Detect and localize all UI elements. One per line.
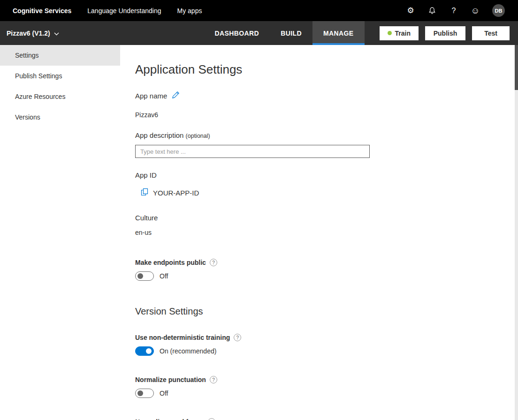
sidebar-item-azure-resources[interactable]: Azure Resources bbox=[0, 86, 120, 107]
app-description-label: App description (optional) bbox=[135, 131, 499, 139]
toggle-knob bbox=[137, 273, 143, 279]
normalize-word-forms-toggle-group: Normalize word forms ? Off bbox=[135, 418, 499, 420]
toggle-knob bbox=[146, 348, 152, 354]
train-button[interactable]: Train bbox=[380, 26, 419, 40]
feedback-smiley-icon[interactable]: ☺ bbox=[471, 6, 480, 15]
normalize-punctuation-toggle-state: Off bbox=[160, 390, 168, 397]
endpoints-toggle-row: Off bbox=[135, 271, 499, 281]
endpoints-toggle-group: Make endpoints public ? Off bbox=[135, 259, 499, 281]
endpoints-help-icon[interactable]: ? bbox=[210, 259, 217, 266]
nondeterministic-toggle-state: On (recommended) bbox=[160, 347, 216, 355]
sidebar-item-versions[interactable]: Versions bbox=[0, 107, 120, 128]
app-description-label-text: App description bbox=[135, 131, 186, 139]
edit-pencil-icon[interactable] bbox=[172, 91, 180, 101]
settings-content: Application Settings App name Pizzav6 Ap… bbox=[120, 45, 518, 420]
nondeterministic-toggle-group: Use non-deterministic training ? On (rec… bbox=[135, 334, 499, 356]
culture-value: en-us bbox=[135, 229, 499, 236]
tab-dashboard[interactable]: DASHBOARD bbox=[204, 21, 270, 45]
app-version-label: Pizzav6 (V1.2) bbox=[7, 30, 50, 37]
normalize-punctuation-help-icon[interactable]: ? bbox=[210, 376, 217, 383]
nondeterministic-toggle[interactable] bbox=[135, 346, 154, 356]
normalize-punctuation-label-row: Normalize punctuation ? bbox=[135, 376, 499, 383]
train-button-label: Train bbox=[395, 30, 411, 37]
chevron-down-icon bbox=[54, 30, 59, 37]
nav-language-understanding[interactable]: Language Understanding bbox=[87, 7, 161, 15]
copy-icon[interactable] bbox=[141, 188, 148, 198]
endpoints-toggle-state: Off bbox=[160, 272, 168, 280]
test-button[interactable]: Test bbox=[472, 26, 510, 40]
vertical-scrollbar[interactable] bbox=[515, 45, 518, 420]
normalize-punctuation-toggle-group: Normalize punctuation ? Off bbox=[135, 376, 499, 398]
normalize-word-forms-help-icon[interactable]: ? bbox=[208, 418, 215, 420]
main-tabs: DASHBOARD BUILD MANAGE bbox=[204, 21, 365, 45]
toggle-knob bbox=[137, 390, 143, 396]
normalize-punctuation-toggle[interactable] bbox=[135, 389, 154, 398]
endpoints-toggle[interactable] bbox=[135, 271, 154, 281]
endpoints-label-row: Make endpoints public ? bbox=[135, 259, 499, 266]
settings-sidebar: Settings Publish Settings Azure Resource… bbox=[0, 45, 120, 420]
page-body: Settings Publish Settings Azure Resource… bbox=[0, 45, 518, 420]
app-description-input[interactable] bbox=[135, 145, 370, 158]
app-name-value: Pizzav6 bbox=[135, 111, 499, 119]
help-question-icon[interactable]: ? bbox=[449, 6, 458, 15]
app-version-selector[interactable]: Pizzav6 (V1.2) bbox=[7, 30, 59, 37]
nav-cognitive-services[interactable]: Cognitive Services bbox=[13, 7, 71, 15]
normalize-punctuation-toggle-label: Normalize punctuation bbox=[135, 376, 206, 383]
top-nav-links: Cognitive Services Language Understandin… bbox=[13, 7, 202, 15]
nondeterministic-label-row: Use non-deterministic training ? bbox=[135, 334, 499, 341]
toolbar-actions: Train Publish Test bbox=[380, 26, 510, 40]
version-settings-title: Version Settings bbox=[135, 306, 499, 317]
app-id-value: YOUR-APP-ID bbox=[153, 189, 199, 197]
app-toolbar: Pizzav6 (V1.2) DASHBOARD BUILD MANAGE Tr… bbox=[0, 21, 518, 45]
nondeterministic-toggle-label: Use non-deterministic training bbox=[135, 334, 230, 341]
user-avatar[interactable]: DB bbox=[492, 4, 505, 17]
tab-manage[interactable]: MANAGE bbox=[312, 21, 365, 45]
culture-label: Culture bbox=[135, 214, 499, 222]
notifications-bell-icon[interactable] bbox=[427, 6, 437, 15]
top-nav-actions: ⚙ ? ☺ DB bbox=[406, 4, 505, 17]
sidebar-item-publish-settings[interactable]: Publish Settings bbox=[0, 66, 120, 86]
app-name-label-row: App name bbox=[135, 91, 499, 101]
nav-my-apps[interactable]: My apps bbox=[177, 7, 202, 15]
app-description-optional-text: (optional) bbox=[186, 133, 210, 139]
nondeterministic-help-icon[interactable]: ? bbox=[234, 334, 241, 341]
train-status-dot-icon bbox=[388, 31, 392, 35]
app-name-label: App name bbox=[135, 92, 167, 100]
endpoints-toggle-label: Make endpoints public bbox=[135, 259, 206, 266]
app-id-row: YOUR-APP-ID bbox=[135, 188, 499, 198]
nondeterministic-toggle-row: On (recommended) bbox=[135, 346, 499, 356]
normalize-punctuation-toggle-row: Off bbox=[135, 389, 499, 398]
scrollbar-thumb[interactable] bbox=[515, 45, 518, 90]
normalize-word-forms-label-row: Normalize word forms ? bbox=[135, 418, 499, 420]
settings-gear-icon[interactable]: ⚙ bbox=[406, 6, 415, 15]
page-title: Application Settings bbox=[135, 62, 499, 77]
normalize-word-forms-toggle-label: Normalize word forms bbox=[135, 418, 204, 420]
publish-button[interactable]: Publish bbox=[425, 26, 465, 40]
app-id-label: App ID bbox=[135, 171, 499, 179]
tab-build[interactable]: BUILD bbox=[270, 21, 312, 45]
top-navigation-bar: Cognitive Services Language Understandin… bbox=[0, 0, 518, 21]
sidebar-item-settings[interactable]: Settings bbox=[0, 45, 120, 66]
